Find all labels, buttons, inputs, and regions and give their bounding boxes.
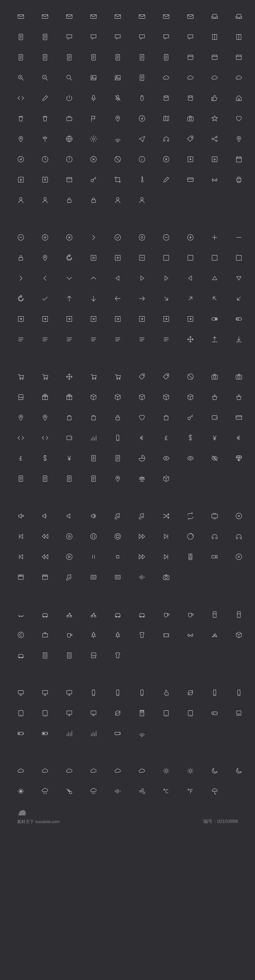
triangle-down-icon	[235, 274, 243, 282]
section-arrows-ui	[17, 234, 238, 343]
sun-icon	[186, 767, 194, 775]
icon-row	[17, 274, 238, 282]
inbox-icon	[235, 13, 243, 21]
svg-point-105	[92, 379, 94, 379]
sparkles-icon	[17, 788, 25, 795]
skateboard-icon	[17, 611, 25, 618]
record-circle-icon	[138, 234, 146, 241]
chevron-right-circle-icon	[90, 234, 97, 241]
ban-icon	[114, 156, 121, 163]
cloud-lightning-icon	[114, 767, 121, 775]
svg-point-150	[236, 554, 242, 560]
documents-icon	[41, 33, 49, 41]
play-triangle-left-icon	[186, 274, 194, 282]
star-icon	[211, 115, 218, 123]
svg-point-110	[167, 375, 168, 376]
phone-vibrate-icon	[138, 689, 146, 697]
icon-row	[17, 315, 238, 323]
svg-rect-60	[67, 178, 72, 182]
page-text-icon	[41, 54, 49, 61]
monitor-play-icon	[17, 689, 25, 697]
home-icon	[235, 94, 243, 102]
plus-circle-icon	[41, 234, 49, 241]
icon-row	[17, 336, 238, 343]
tablet-draw-icon	[163, 709, 170, 717]
svg-rect-31	[164, 96, 169, 100]
speech-icon	[186, 33, 194, 41]
basket-full-icon	[235, 393, 243, 401]
package-open-icon	[114, 393, 121, 401]
svg-rect-85	[164, 255, 169, 260]
svg-rect-25	[115, 76, 120, 80]
icon-row	[17, 254, 238, 262]
book-icon	[211, 33, 218, 41]
calendar-icon	[235, 156, 243, 163]
svg-point-41	[118, 142, 118, 142]
mail-download-icon	[186, 13, 194, 21]
arrow-up-right-icon	[186, 295, 194, 302]
clipboard-icon	[138, 74, 146, 81]
window-tab-icon	[235, 54, 243, 61]
taxi-icon	[114, 611, 121, 618]
info-circle-icon	[138, 156, 146, 163]
signal-full-icon	[90, 730, 97, 737]
plus-icon	[211, 234, 218, 241]
svg-point-208	[188, 789, 189, 791]
minus-circle-thin-icon	[163, 234, 170, 241]
import-box-icon	[41, 176, 49, 183]
device-sync-icon	[186, 689, 194, 697]
microphone-off-icon	[114, 94, 121, 102]
receipt-lines-icon	[90, 455, 97, 462]
receipt-euro-icon	[90, 475, 97, 482]
svg-point-38	[20, 138, 21, 139]
list-numbered-icon	[138, 336, 146, 343]
wind-icon	[138, 788, 146, 795]
svg-rect-179	[67, 653, 71, 658]
svg-point-115	[237, 376, 240, 379]
svg-point-35	[139, 116, 145, 121]
laptop-open-icon	[65, 709, 73, 717]
dollar-circle-icon	[41, 455, 49, 462]
caret-right-icon	[138, 274, 146, 282]
bank-note-icon	[186, 373, 194, 380]
arrow-up-left-icon	[211, 295, 218, 302]
settings-gear-icon	[90, 135, 97, 143]
icon-row	[17, 573, 238, 581]
alert-circle-icon	[65, 156, 73, 163]
svg-point-66	[19, 197, 22, 200]
svg-rect-99	[236, 318, 242, 320]
svg-point-98	[215, 318, 217, 320]
yen-circle-icon	[65, 455, 73, 462]
svg-point-141	[115, 534, 121, 539]
notebook-icon	[235, 33, 243, 41]
euro-icon	[138, 434, 146, 442]
cloud-check-icon	[211, 74, 218, 81]
tag-flat-icon	[138, 373, 146, 380]
tablet-stylus-icon	[186, 709, 194, 717]
svg-point-205	[189, 770, 192, 772]
svg-point-101	[20, 379, 21, 379]
mail-attach-icon	[114, 13, 121, 21]
svg-rect-4	[115, 15, 121, 19]
svg-point-207	[164, 789, 165, 791]
volume-off-icon	[17, 512, 25, 520]
svg-rect-171	[237, 612, 241, 617]
download-box-icon	[186, 156, 194, 163]
svg-point-42	[191, 137, 192, 138]
svg-point-140	[91, 534, 96, 539]
svg-point-40	[92, 138, 94, 140]
svg-rect-2	[67, 15, 72, 19]
svg-rect-62	[188, 178, 193, 181]
chevron-down-square-icon	[186, 254, 194, 262]
user-pin-icon	[17, 135, 25, 143]
icon-row	[17, 512, 238, 520]
handbag-icon	[163, 414, 170, 421]
check-circle-icon	[114, 234, 121, 241]
crop-corner-icon	[114, 176, 121, 183]
scooter-icon	[65, 611, 73, 618]
svg-rect-199	[19, 733, 20, 734]
skip-forward-icon	[163, 553, 170, 561]
laptop-icon	[65, 689, 73, 697]
tablet-horizontal-icon	[41, 709, 49, 717]
scale-icon	[138, 475, 146, 482]
